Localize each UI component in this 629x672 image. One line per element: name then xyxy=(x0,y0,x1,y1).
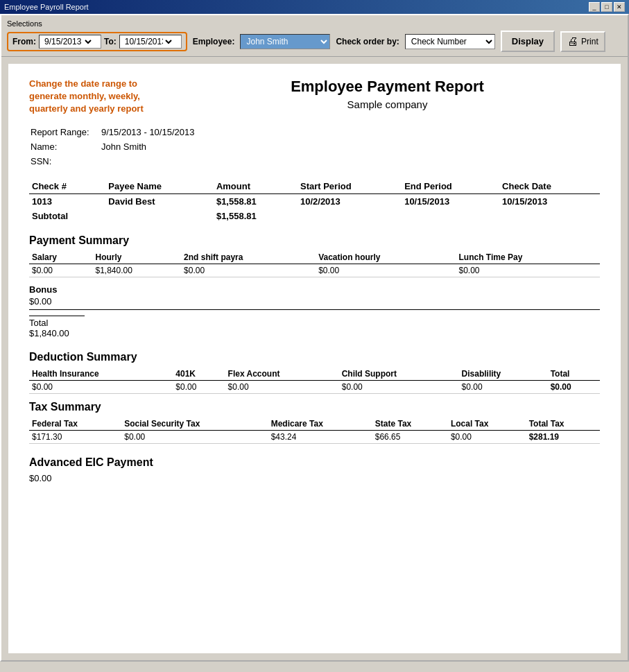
flex-acct-value: $0.00 xyxy=(225,381,339,394)
deduction-values-row: $0.00 $0.00 $0.00 $0.00 $0.00 $0.00 xyxy=(29,381,600,394)
table-row: 1013David Best$1,558.8110/2/201310/15/20… xyxy=(29,194,600,209)
federal-tax-value: $171.30 xyxy=(29,431,121,444)
state-tax-value: $66.65 xyxy=(372,431,448,444)
ssn-label: SSN: xyxy=(31,155,100,168)
table-cell: David Best xyxy=(105,194,214,209)
subtotal-value: $1,558.81 xyxy=(214,209,298,223)
hint-col: Change the date range to generate monthl… xyxy=(29,78,168,123)
subtotal-row: Subtotal $1,558.81 xyxy=(29,209,600,223)
bonus-label: Bonus xyxy=(29,284,600,295)
title-bar-buttons: _ □ ✕ xyxy=(589,2,625,12)
report-title: Employee Payment Report xyxy=(175,78,600,96)
from-date-select[interactable]: 9/15/2013 xyxy=(42,36,94,47)
tax-header-row: Federal Tax Social Security Tax Medicare… xyxy=(29,417,600,431)
print-label: Print xyxy=(581,37,598,46)
col-child-support: Child Support xyxy=(339,368,459,381)
checks-header-row: Check # Payee Name Amount Start Period E… xyxy=(29,179,600,194)
col-health-ins: Health Insurance xyxy=(29,368,173,381)
toolbar-row: From: 9/15/2013 To: 10/15/2013 Employee:… xyxy=(7,31,622,52)
report-meta-table: Report Range: 9/15/2013 - 10/15/2013 Nam… xyxy=(29,124,201,169)
total-value: $1,840.00 xyxy=(29,328,600,338)
401k-value: $0.00 xyxy=(173,381,225,394)
window-title: Employee Payroll Report xyxy=(4,3,89,11)
title-bar: Employee Payroll Report _ □ ✕ xyxy=(0,0,629,14)
payment-header-row: Salary Hourly 2nd shift payra Vacation h… xyxy=(29,251,600,264)
table-cell: 1013 xyxy=(29,194,105,209)
shift2-value: $0.00 xyxy=(181,264,316,277)
col-ded-total: Total xyxy=(548,368,600,381)
date-range-box: From: 9/15/2013 To: 10/15/2013 xyxy=(7,32,187,51)
report-area: Change the date range to generate monthl… xyxy=(8,64,621,653)
report-header-area: Change the date range to generate monthl… xyxy=(29,78,600,124)
check-order-select[interactable]: Check Number Date Employee xyxy=(405,34,495,49)
subtotal-label: Subtotal xyxy=(29,209,105,223)
maximize-button[interactable]: □ xyxy=(601,2,612,12)
table-cell: 10/15/2013 xyxy=(499,194,600,209)
payment-values-row: $0.00 $1,840.00 $0.00 $0.00 $0.00 xyxy=(29,264,600,277)
ssn-row: SSN: xyxy=(31,155,200,168)
col-check-date: Check Date xyxy=(499,179,600,194)
col-end-period: End Period xyxy=(402,179,499,194)
employee-select[interactable]: John Smith xyxy=(240,34,330,49)
tax-table: Federal Tax Social Security Tax Medicare… xyxy=(29,417,600,444)
employee-label: Employee: xyxy=(193,37,235,46)
bonus-value: $0.00 xyxy=(29,296,52,307)
disability-value: $0.00 xyxy=(459,381,548,394)
deduction-table: Health Insurance 401K Flex Account Child… xyxy=(29,368,600,394)
subtotal-empty2 xyxy=(298,209,402,223)
payment-summary-table: Salary Hourly 2nd shift payra Vacation h… xyxy=(29,251,600,277)
from-date-input[interactable]: 9/15/2013 xyxy=(39,35,101,49)
name-value: John Smith xyxy=(101,140,200,153)
to-date-select[interactable]: 10/15/2013 xyxy=(122,36,174,47)
col-ss-tax: Social Security Tax xyxy=(121,417,268,431)
col-disability: Disablility xyxy=(459,368,548,381)
report-center: Employee Payment Report Sample company xyxy=(175,78,600,124)
ss-tax-value: $0.00 xyxy=(121,431,268,444)
table-cell: $1,558.81 xyxy=(214,194,298,209)
col-payee-name: Payee Name xyxy=(105,179,214,194)
lunch-value: $0.00 xyxy=(456,264,600,277)
total-label: Total xyxy=(29,318,600,328)
report-subtitle: Sample company xyxy=(175,98,600,110)
salary-value: $0.00 xyxy=(29,264,93,277)
name-label: Name: xyxy=(31,140,100,153)
table-cell: 10/2/2013 xyxy=(298,194,402,209)
from-label: From: xyxy=(12,37,36,46)
report-range-row: Report Range: 9/15/2013 - 10/15/2013 xyxy=(31,126,200,139)
toolbar: Selections From: 9/15/2013 To: 10/15/201… xyxy=(1,15,628,57)
col-total-tax: Total Tax xyxy=(526,417,600,431)
medicare-tax-value: $43.24 xyxy=(268,431,372,444)
print-button[interactable]: 🖨 Print xyxy=(560,31,605,52)
col-check-num: Check # xyxy=(29,179,105,194)
selections-label: Selections xyxy=(7,19,622,28)
col-local-tax: Local Tax xyxy=(448,417,526,431)
printer-icon: 🖨 xyxy=(567,35,578,48)
col-state-tax: State Tax xyxy=(372,417,448,431)
minimize-button[interactable]: _ xyxy=(589,2,600,12)
advanced-eic-title: Advanced EIC Payment xyxy=(29,456,600,469)
display-button[interactable]: Display xyxy=(501,31,555,52)
table-cell: 10/15/2013 xyxy=(402,194,499,209)
col-vacation: Vacation hourly xyxy=(316,251,456,264)
payment-summary-title: Payment Summary xyxy=(29,234,600,247)
col-medicare-tax: Medicare Tax xyxy=(268,417,372,431)
ded-total-value: $0.00 xyxy=(548,381,600,394)
total-divider xyxy=(29,316,85,316)
to-date-input[interactable]: 10/15/2013 xyxy=(119,35,182,49)
hint-text: Change the date range to generate monthl… xyxy=(29,78,168,116)
total-tax-value: $281.19 xyxy=(526,431,600,444)
bonus-section: $0.00 xyxy=(29,296,600,310)
tax-summary-title: Tax Summary xyxy=(29,401,600,413)
subtotal-empty3 xyxy=(402,209,499,223)
deduction-header-row: Health Insurance 401K Flex Account Child… xyxy=(29,368,600,381)
child-support-value: $0.00 xyxy=(339,381,459,394)
check-order-label: Check order by: xyxy=(336,37,399,46)
subtotal-empty4 xyxy=(499,209,600,223)
col-start-period: Start Period xyxy=(298,179,402,194)
col-2nd-shift: 2nd shift payra xyxy=(181,251,316,264)
col-federal-tax: Federal Tax xyxy=(29,417,121,431)
close-button[interactable]: ✕ xyxy=(614,2,625,12)
vacation-value: $0.00 xyxy=(316,264,456,277)
local-tax-value: $0.00 xyxy=(448,431,526,444)
health-ins-value: $0.00 xyxy=(29,381,173,394)
